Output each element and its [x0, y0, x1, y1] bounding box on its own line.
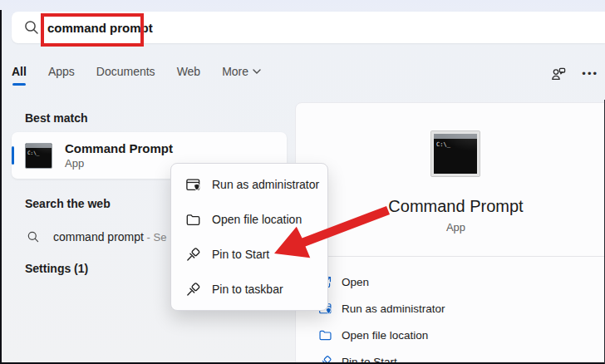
window-left-edge	[0, 10, 2, 364]
preview-action-open[interactable]: Open	[296, 268, 605, 295]
menu-item-run-as-administrator[interactable]: Run as administrator	[171, 167, 327, 202]
active-tab-indicator	[12, 83, 26, 86]
feedback-user-icon[interactable]	[550, 66, 567, 82]
command-prompt-icon: C:\_	[25, 143, 52, 169]
web-suggestion-text: command prompt	[53, 230, 144, 243]
tab-more-label: More	[222, 65, 248, 78]
preview-action-run-as-admin[interactable]: Run as administrator	[296, 295, 605, 322]
preview-action-label: Run as administrator	[342, 303, 445, 315]
menu-item-open-file-location[interactable]: Open file location	[171, 202, 327, 237]
web-suggestion-suffix: - Se	[144, 231, 166, 243]
menu-item-label: Pin to Start	[212, 248, 269, 261]
folder-icon	[185, 212, 201, 228]
tab-apps-label: Apps	[48, 65, 75, 78]
more-options-icon[interactable]: •••	[582, 66, 598, 81]
search-icon	[23, 19, 40, 36]
windows-search-flyout: All Apps Documents Web More ••• Best mat…	[0, 0, 605, 364]
tab-all-label: All	[12, 65, 27, 78]
preview-divider	[296, 256, 605, 257]
preview-action-open-file-location[interactable]: Open file location	[296, 322, 605, 348]
search-filter-tabs: All Apps Documents Web More	[12, 65, 261, 90]
tab-documents-label: Documents	[96, 65, 155, 78]
pin-icon	[185, 282, 201, 298]
settings-header: Settings (1)	[25, 262, 88, 275]
tab-web[interactable]: Web	[177, 65, 201, 90]
best-match-header: Best match	[25, 111, 87, 125]
tab-documents[interactable]: Documents	[96, 65, 155, 90]
chevron-down-icon	[253, 69, 261, 74]
admin-shield-icon	[185, 177, 201, 193]
menu-item-pin-to-start[interactable]: Pin to Start	[171, 237, 327, 272]
preview-action-label: Open	[342, 276, 369, 288]
context-menu: Run as administrator Open file location …	[170, 163, 328, 311]
search-the-web-header: Search the web	[25, 197, 111, 210]
selection-accent-bar	[12, 146, 14, 165]
preview-subtitle: App	[296, 221, 605, 234]
menu-item-label: Open file location	[212, 213, 302, 226]
preview-pane: C:\_ Command Prompt App Open Run as admi…	[295, 102, 605, 364]
menu-item-label: Run as administrator	[212, 178, 319, 191]
menu-item-pin-to-taskbar[interactable]: Pin to taskbar	[171, 272, 327, 307]
annotation-highlight-box	[41, 13, 144, 47]
search-icon	[27, 230, 40, 243]
command-prompt-icon-large: C:\_	[431, 131, 480, 176]
best-match-title: Command Prompt	[65, 141, 173, 155]
pin-icon	[185, 247, 201, 263]
tab-more[interactable]: More	[222, 65, 261, 90]
tab-all[interactable]: All	[12, 65, 27, 90]
menu-item-label: Pin to taskbar	[212, 283, 283, 296]
folder-icon	[318, 328, 332, 342]
preview-action-label: Open file location	[342, 329, 428, 342]
tab-apps[interactable]: Apps	[48, 65, 75, 90]
tab-web-label: Web	[177, 65, 201, 78]
preview-title: Command Prompt	[296, 197, 605, 216]
best-match-subtitle: App	[65, 157, 173, 170]
